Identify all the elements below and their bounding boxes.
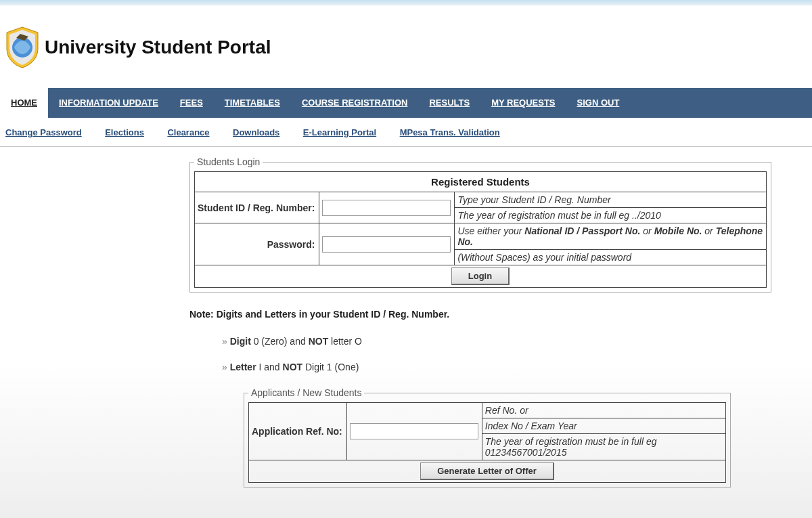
note-block: Note: Digits and Letters in your Student… [189,309,812,372]
nav-fees[interactable]: FEES [169,88,214,118]
nav-elearning-portal[interactable]: E-Learning Portal [303,127,376,137]
application-ref-input[interactable] [350,423,478,439]
site-title: University Student Portal [45,37,271,58]
applicants-legend: Applicants / New Students [248,387,364,398]
nav-mpesa-validation[interactable]: MPesa Trans. Validation [400,127,500,137]
nav-course-registration[interactable]: COURSE REGISTRATION [291,88,419,118]
nav-change-password[interactable]: Change Password [5,127,82,137]
header: University Student Portal [0,5,812,88]
application-ref-label: Application Ref. No: [249,403,347,460]
top-accent-bar [0,0,812,5]
nav-sign-out[interactable]: SIGN OUT [566,88,631,118]
password-hint-2: (Without Spaces) as your initial passwor… [455,250,767,265]
nav-downloads[interactable]: Downloads [233,127,279,137]
applicant-hint-1: Ref No. or [482,403,725,418]
nav-results[interactable]: RESULTS [418,88,480,118]
note-heading: Note: Digits and Letters in your Student… [189,309,812,320]
applicants-fieldset: Applicants / New Students Application Re… [244,387,731,488]
login-button[interactable]: Login [451,267,510,285]
nav-information-update[interactable]: INFORMATION UPDATE [48,88,169,118]
student-id-hint-2: The year of registration must be in full… [455,208,767,223]
applicant-hint-2: Index No / Exam Year [482,418,725,434]
registered-students-header: Registered Students [195,172,767,192]
nav-timetables[interactable]: TIMETABLES [214,88,291,118]
students-login-fieldset: Students Login Registered Students Stude… [189,156,771,293]
nav-elections[interactable]: Elections [105,127,144,137]
generate-letter-button[interactable]: Generate Letter of Offer [420,462,554,480]
nav-primary: HOME INFORMATION UPDATE FEES TIMETABLES … [0,88,812,118]
password-label: Password: [195,223,319,265]
tip-letter: Letter I and NOT Digit 1 (One) [222,362,812,372]
student-id-hint-1: Type your Student ID / Reg. Number [455,192,767,208]
content: Students Login Registered Students Stude… [0,147,812,501]
nav-secondary: Change Password Elections Clearance Down… [0,118,812,147]
tips-list: Digit 0 (Zero) and NOT letter O Letter I… [222,336,812,372]
applicants-table: Application Ref. No: Ref No. or Index No… [248,402,726,483]
student-id-input[interactable] [322,200,451,216]
nav-home[interactable]: HOME [0,88,48,118]
students-login-legend: Students Login [194,156,263,167]
tip-digit: Digit 0 (Zero) and NOT letter O [222,336,812,347]
university-logo [4,26,41,69]
nav-my-requests[interactable]: MY REQUESTS [480,88,566,118]
nav-clearance[interactable]: Clearance [167,127,209,137]
password-hint-1: Use either your National ID / Passport N… [455,223,767,250]
students-login-table: Registered Students Student ID / Reg. Nu… [194,171,767,288]
password-input[interactable] [322,236,451,253]
student-id-label: Student ID / Reg. Number: [195,192,319,223]
applicant-hint-3: The year of registration must be in full… [482,434,725,460]
